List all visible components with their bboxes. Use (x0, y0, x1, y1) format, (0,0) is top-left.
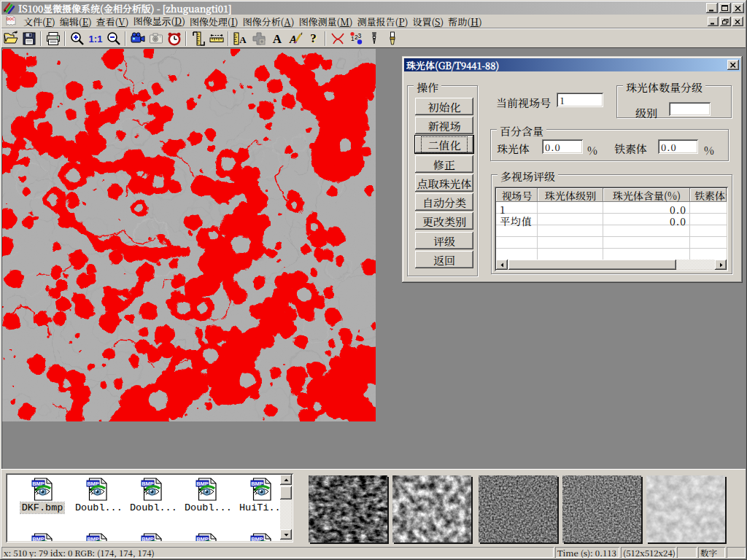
maximize-button[interactable] (719, 3, 731, 13)
minimize-button[interactable] (706, 3, 718, 13)
table-row[interactable]: 1 0.0 (496, 202, 727, 214)
menu-item[interactable]: 图像分析(A) (241, 13, 297, 30)
toolbar-snapshot-button[interactable] (147, 30, 165, 47)
menu-item[interactable]: 图像处理(I) (187, 13, 241, 30)
dialog-close-button[interactable] (727, 60, 739, 70)
dialog-button[interactable]: 更改类别 (415, 212, 473, 230)
micrograph-view[interactable] (2, 49, 376, 421)
menu-item[interactable]: 设置(S) (410, 13, 446, 30)
scroll-left-button[interactable] (496, 260, 508, 270)
menu-item[interactable]: 编辑(E) (58, 13, 94, 30)
toolbar-move-button[interactable] (249, 30, 268, 47)
level-input[interactable] (669, 102, 711, 116)
bmp-file-icon (250, 478, 272, 501)
preview-thumbnail-1[interactable] (309, 475, 387, 542)
dialog-button[interactable]: 自动分类 (415, 193, 473, 211)
toolbar-annotate-button[interactable]: A (286, 30, 304, 47)
percent-group-label: 百分含量 (497, 123, 546, 139)
svg-text:1:1: 1:1 (88, 33, 102, 44)
toolbar-text-button[interactable]: A (268, 30, 286, 47)
bmp-file-icon (141, 478, 163, 501)
toolbar-separator (228, 31, 229, 46)
mdi-close-button[interactable] (732, 17, 743, 26)
menu-item[interactable]: 测量报告(P) (355, 13, 411, 30)
file-item[interactable]: Doubl... (130, 478, 174, 513)
multiview-group-label: 多视场评级 (498, 168, 558, 184)
toolbar-pen-button[interactable] (365, 30, 383, 47)
dialog-button[interactable]: 修正 (415, 155, 473, 173)
table-row-empty (496, 225, 727, 237)
scroll-down-button[interactable] (280, 529, 292, 540)
dialog-button[interactable]: 初始化 (415, 98, 473, 115)
toolbar-calibrate-button[interactable]: A (231, 30, 249, 47)
preview-thumbnail-5[interactable] (646, 475, 725, 542)
scroll-right-button[interactable] (715, 260, 727, 270)
table-hscrollbar[interactable] (496, 260, 727, 270)
menu-item[interactable]: 帮助(H) (446, 13, 484, 30)
toolbar-ruler-button[interactable] (207, 30, 225, 47)
column-header[interactable]: 铁素体含量(%) (690, 188, 727, 202)
svg-text:A: A (272, 32, 282, 46)
file-item[interactable]: DKF.bmp (20, 478, 64, 513)
pearlite-unit: % (587, 142, 597, 158)
mdi-minimize-button[interactable] (708, 17, 719, 26)
column-header[interactable]: 珠光体级别 (538, 188, 603, 202)
menu-item[interactable]: 图像测量(M) (296, 13, 355, 30)
column-header[interactable]: 珠光体含量(%) (603, 188, 690, 202)
toolbar-help-button[interactable]: ?? (304, 30, 322, 47)
mdi-restore-button[interactable] (720, 17, 731, 26)
mdi-minimize-icon (710, 19, 716, 25)
status-time: Time (s): 0.113 (555, 547, 619, 558)
dialog-button[interactable]: 返回 (415, 251, 473, 268)
close-icon (735, 5, 742, 12)
scroll-up-button[interactable] (280, 475, 292, 485)
file-list-scrollbar[interactable] (280, 475, 292, 541)
cell-grade (538, 214, 603, 225)
file-item[interactable] (239, 533, 283, 541)
snapshot-icon (148, 31, 164, 47)
dialog-title-bar[interactable]: 珠光体(GB/T9441-88) (404, 58, 740, 71)
toolbar-curve-measure-button[interactable] (328, 30, 347, 47)
toolbar-print-button[interactable] (44, 30, 62, 47)
preview-thumbnail-3[interactable] (479, 475, 557, 542)
menu-item[interactable]: 文件(F) (21, 13, 58, 30)
column-header[interactable]: 视场号 (496, 188, 538, 202)
preview-thumbnail-2[interactable] (392, 475, 471, 542)
toolbar-caliper-button[interactable] (189, 30, 207, 47)
close-button[interactable] (732, 3, 744, 13)
dialog-button[interactable]: 二值化 (415, 136, 473, 153)
toolbar-brush-button[interactable] (383, 30, 401, 47)
file-item[interactable] (185, 533, 228, 541)
scroll-thumb[interactable] (280, 486, 292, 499)
menu-item[interactable]: 图像显示(D) (131, 12, 187, 30)
file-item[interactable]: Doubl... (75, 478, 119, 513)
preview-thumbnail-4[interactable] (562, 475, 641, 542)
file-item[interactable] (20, 533, 64, 541)
toolbar-actual-size-button[interactable]: 1:1 (86, 30, 104, 47)
toolbar-video-capture-button[interactable] (128, 30, 147, 47)
toolbar-open-button[interactable] (1, 30, 20, 47)
scroll-thumb[interactable] (508, 260, 676, 270)
file-item[interactable] (75, 533, 119, 541)
toolbar-zoom-in-button[interactable] (68, 30, 86, 47)
file-item[interactable]: HuiTi... (239, 478, 283, 513)
file-item[interactable]: Doubl... (185, 478, 228, 513)
pearlite-label: 珠光体 (497, 141, 530, 156)
menu-item[interactable]: 查看(V) (94, 13, 131, 30)
toolbar-save-button[interactable] (20, 30, 38, 47)
ferrite-input[interactable] (658, 139, 698, 154)
dialog-button[interactable]: 点取珠光体 (415, 174, 473, 192)
toolbar-zoom-out-button[interactable] (104, 30, 123, 47)
table-row[interactable]: 平均值 0.0 (496, 214, 727, 225)
toolbar-count-button[interactable]: 123 (347, 30, 365, 47)
save-icon (21, 31, 37, 47)
dialog-button[interactable]: 评级 (415, 232, 473, 249)
file-item[interactable] (130, 533, 174, 541)
document-icon: DOC (5, 15, 17, 27)
micrograph-image[interactable] (2, 49, 376, 421)
current-view-input[interactable] (557, 93, 603, 107)
toolbar-timer-button[interactable] (165, 30, 183, 47)
bmp-file-icon (250, 533, 272, 541)
dialog-button[interactable]: 新视场 (415, 117, 473, 134)
pearlite-input[interactable] (542, 139, 583, 154)
